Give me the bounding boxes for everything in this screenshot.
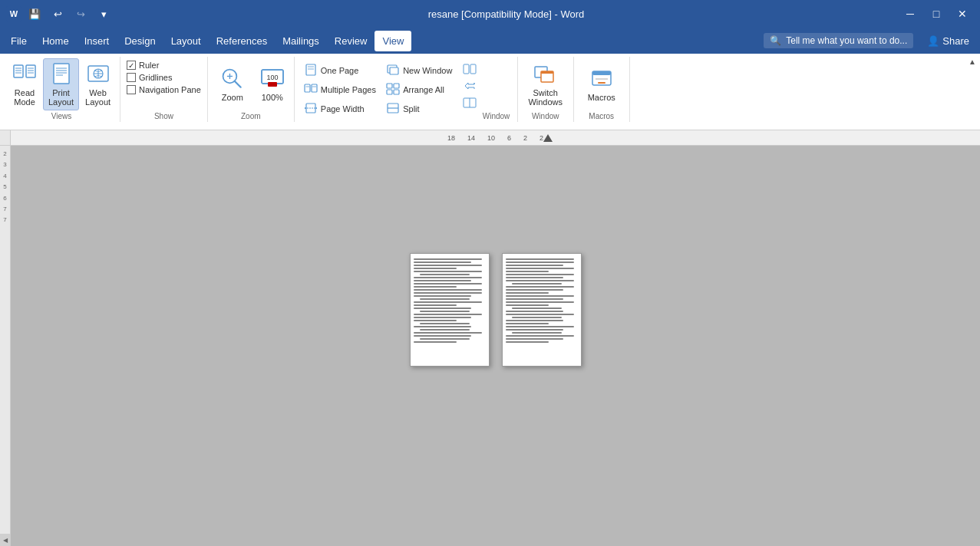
page-line <box>506 280 574 281</box>
minimize-button[interactable]: ─ <box>899 3 922 25</box>
web-layout-button[interactable]: WebLayout <box>81 58 115 110</box>
zoom-group-content: Zoom 100 100% <box>213 58 289 110</box>
customize-quick-access[interactable]: ▾ <box>94 4 114 24</box>
page-line <box>414 265 482 266</box>
share-icon: 👤 <box>927 35 939 47</box>
window-group-label: Window <box>480 112 512 120</box>
page-line <box>506 320 563 321</box>
svg-rect-50 <box>541 71 553 74</box>
read-mode-icon <box>12 62 37 87</box>
page-line <box>414 283 482 285</box>
navigation-pane-checkbox-item[interactable]: Navigation Pane <box>125 84 203 95</box>
maximize-button[interactable]: □ <box>925 3 948 25</box>
page-line <box>506 335 574 337</box>
page-line <box>506 314 574 315</box>
zoom-button[interactable]: Zoom <box>213 58 252 110</box>
save-quick-access[interactable]: 💾 <box>25 4 45 24</box>
page-line <box>414 308 471 309</box>
page-line <box>414 268 457 269</box>
redo-button[interactable]: ↪ <box>71 4 91 24</box>
zoom-100-label: 100% <box>262 93 283 102</box>
switch-windows-label: SwitchWindows <box>528 88 563 107</box>
share-button[interactable]: 👤 Share <box>919 32 977 50</box>
menu-references[interactable]: References <box>209 31 275 51</box>
one-page-label: One Page <box>321 66 359 75</box>
menu-design[interactable]: Design <box>117 31 163 51</box>
reset-window-position-button[interactable] <box>460 95 480 110</box>
close-button[interactable]: ✕ <box>951 3 974 25</box>
page-line <box>506 304 549 306</box>
menu-insert[interactable]: Insert <box>77 31 117 51</box>
ribbon-group-window: One Page Multiple Pages Page Width <box>295 57 518 122</box>
page-line <box>506 271 549 272</box>
ribbon-content: ReadMode PrintLayout <box>0 57 980 122</box>
switch-windows-group-label: Window <box>523 112 569 120</box>
view-side-by-side-button[interactable] <box>460 61 480 77</box>
split-icon <box>386 102 400 116</box>
ruler-checkbox-item[interactable]: ✓ Ruler <box>125 60 203 71</box>
page-line <box>420 329 470 331</box>
ribbon-group-show: ✓ Ruler Gridlines Navigation Pane Show <box>120 57 208 122</box>
read-mode-button[interactable]: ReadMode <box>8 58 41 110</box>
tell-me-search[interactable]: 🔍 Tell me what you want to do... <box>764 33 913 48</box>
print-layout-button[interactable]: PrintLayout <box>43 58 79 110</box>
page-line <box>512 332 563 334</box>
ruler-num-14: 14 <box>461 134 481 142</box>
show-group-content: ✓ Ruler Gridlines Navigation Pane <box>125 58 203 110</box>
ribbon-collapse-button[interactable]: ▲ <box>965 54 980 69</box>
synchronous-scroll-button[interactable] <box>460 78 480 94</box>
menu-bar: File Home Insert Design Layout Reference… <box>0 28 980 54</box>
menu-home[interactable]: Home <box>35 31 77 51</box>
split-button[interactable]: Split <box>381 100 457 118</box>
macros-button[interactable]: Macros <box>579 58 625 110</box>
page-line <box>414 292 482 294</box>
svg-rect-0 <box>14 65 23 77</box>
gridlines-checkbox-item[interactable]: Gridlines <box>125 72 203 83</box>
zoom-percent-icon: 100 <box>260 67 285 91</box>
svg-marker-56 <box>543 134 553 142</box>
multiple-pages-button[interactable]: Multiple Pages <box>299 81 381 99</box>
menu-file[interactable]: File <box>3 31 35 51</box>
page-width-icon <box>304 102 318 116</box>
undo-button[interactable]: ↩ <box>48 4 68 24</box>
ruler-label: Ruler <box>139 61 159 70</box>
page-line <box>414 261 471 263</box>
ribbon-group-switch-windows: SwitchWindows Window <box>518 57 574 122</box>
side-ruler-numbers: 2 3 4 5 6 7 7 <box>3 149 6 226</box>
view-side-by-side-icon <box>463 64 477 74</box>
page-line <box>414 326 471 327</box>
new-window-icon <box>386 64 400 77</box>
navigation-pane-checkbox[interactable] <box>127 85 136 94</box>
page-line <box>414 335 471 337</box>
page-line <box>506 265 563 266</box>
gridlines-checkbox[interactable] <box>127 73 136 82</box>
new-window-button[interactable]: New Window <box>381 61 457 80</box>
one-page-button[interactable]: One Page <box>299 61 381 80</box>
page-line <box>506 289 563 291</box>
page-line <box>506 341 549 343</box>
pages-container <box>410 253 582 367</box>
arrange-all-label: Arrange All <box>403 85 444 94</box>
zoom-100-button[interactable]: 100 100% <box>256 58 289 110</box>
menu-view[interactable]: View <box>375 31 411 51</box>
sidebar-collapse-handle[interactable]: ◀ <box>0 534 10 546</box>
views-group-content: ReadMode PrintLayout <box>8 58 115 110</box>
page-line <box>506 292 549 294</box>
search-icon: 🔍 <box>770 35 781 46</box>
page-line <box>414 320 457 321</box>
page-width-button[interactable]: Page Width <box>299 100 381 118</box>
switch-windows-button[interactable]: SwitchWindows <box>523 58 569 110</box>
arrange-all-icon <box>386 83 400 97</box>
ruler-checkbox[interactable]: ✓ <box>127 61 136 70</box>
menu-mailings[interactable]: Mailings <box>275 31 327 51</box>
page-line <box>420 311 470 312</box>
menu-review[interactable]: Review <box>327 31 375 51</box>
arrange-all-button[interactable]: Arrange All <box>381 81 457 99</box>
ruler-checkmark: ✓ <box>128 61 134 70</box>
page-line <box>414 332 482 334</box>
svg-rect-25 <box>306 64 315 75</box>
svg-rect-28 <box>305 84 310 92</box>
page-line <box>414 277 482 278</box>
zoom-label: Zoom <box>222 93 243 102</box>
menu-layout[interactable]: Layout <box>163 31 209 51</box>
